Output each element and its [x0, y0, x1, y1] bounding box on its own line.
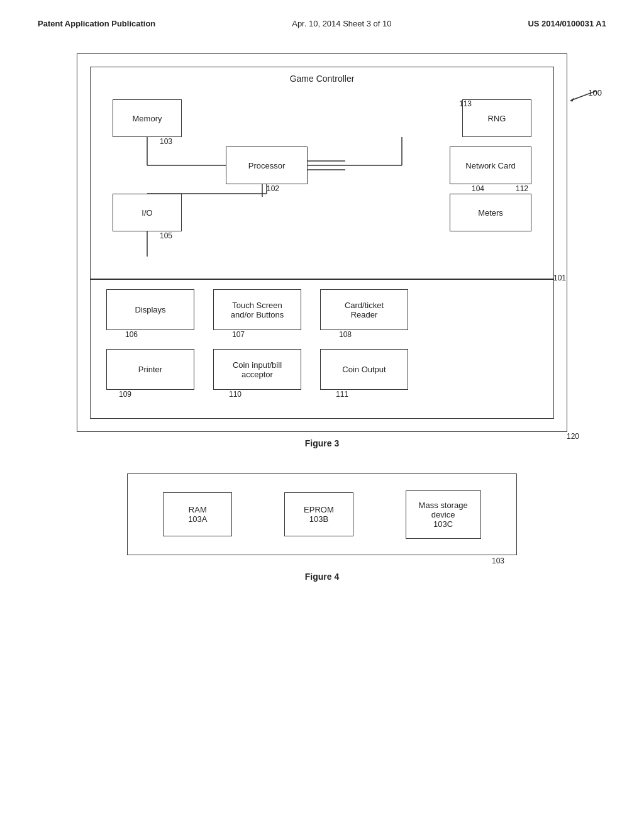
coin-input-box: Coin input/bill acceptor: [213, 349, 301, 390]
header-center: Apr. 10, 2014 Sheet 3 of 10: [292, 19, 391, 28]
header-left: Patent Application Publication: [38, 19, 155, 28]
ref-111: 111: [336, 390, 348, 399]
card-ticket-box: Card/ticket Reader: [320, 289, 408, 330]
ref-103-fig4: 103: [127, 556, 517, 565]
ref-108: 108: [339, 330, 352, 339]
ref-110: 110: [229, 390, 242, 399]
figure3-container: 100 Game Controller Memory 103 RNG: [77, 53, 567, 448]
gc-lines: [100, 93, 544, 269]
ram-box: RAM 103A: [163, 492, 232, 536]
figure4-label: Figure 4: [127, 572, 517, 582]
ref-106: 106: [125, 330, 138, 339]
mass-storage-box: Mass storage device 103C: [406, 490, 481, 539]
ref-107: 107: [232, 330, 245, 339]
eprom-box: EPROM 103B: [284, 492, 353, 536]
printer-box: Printer: [106, 349, 194, 390]
ref-120: 120: [567, 432, 579, 441]
ref-101: 101: [553, 274, 566, 282]
figure4-outer-box: RAM 103A EPROM 103B Mass storage device …: [127, 473, 517, 555]
coin-output-box: Coin Output: [320, 349, 408, 390]
touchscreen-box: Touch Screen and/or Buttons: [213, 289, 301, 330]
figure3-label: Figure 3: [77, 438, 567, 448]
ref-100: 100: [564, 88, 602, 109]
header-right: US 2014/0100031 A1: [528, 19, 606, 28]
figure3-outer-box: Game Controller Memory 103 RNG 113: [77, 53, 567, 432]
game-controller-label: Game Controller: [100, 74, 544, 84]
peripheral-row-2: Printer 109 Coin input/bill acceptor 110…: [100, 349, 544, 390]
displays-box: Displays: [106, 289, 194, 330]
peripheral-row-1: Displays 106 Touch Screen and/or Buttons…: [100, 289, 544, 330]
ref-109: 109: [119, 390, 131, 399]
page-header: Patent Application Publication Apr. 10, …: [38, 19, 606, 28]
figure4-container: RAM 103A EPROM 103B Mass storage device …: [127, 473, 517, 582]
page: Patent Application Publication Apr. 10, …: [0, 0, 644, 830]
